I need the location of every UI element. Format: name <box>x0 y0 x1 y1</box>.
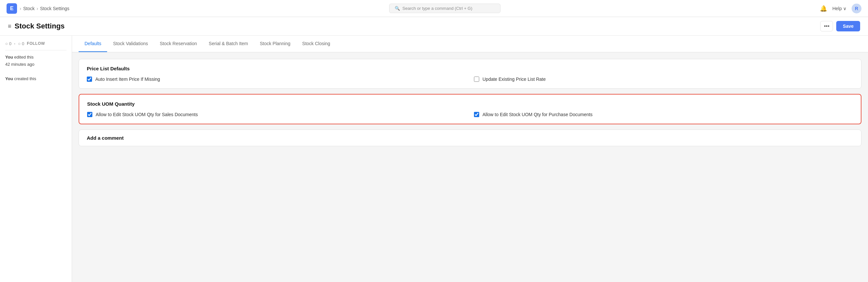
topbar-right: 🔔 Help ∨ R <box>820 4 862 13</box>
help-chevron-icon: ∨ <box>843 6 846 11</box>
update-existing-checkbox[interactable] <box>474 76 479 82</box>
add-comment-section: Add a comment <box>79 130 862 146</box>
checkbox-item-uom-sales: Allow to Edit Stock UOM Qty for Sales Do… <box>87 112 466 117</box>
activity-you-1: You <box>5 55 13 60</box>
uom-section: Stock UOM Quantity Allow to Edit Stock U… <box>79 94 862 124</box>
uom-title: Stock UOM Quantity <box>87 101 853 107</box>
checkbox-item-update-existing: Update Existing Price List Rate <box>474 76 853 82</box>
tab-stock-validations[interactable]: Stock Validations <box>107 36 154 52</box>
settings-area: Price List Defaults Auto Insert Item Pri… <box>72 52 868 153</box>
auto-insert-checkbox[interactable] <box>87 76 92 82</box>
tabs-bar: Defaults Stock Validations Stock Reserva… <box>72 36 868 52</box>
uom-sales-label: Allow to Edit Stock UOM Qty for Sales Do… <box>96 112 198 117</box>
help-label: Help <box>832 6 842 11</box>
like-icon: ○ <box>5 41 8 46</box>
uom-sales-checkbox[interactable] <box>87 112 92 117</box>
breadcrumb-chevron-2: › <box>37 6 38 11</box>
header-actions: ••• Save <box>820 21 860 31</box>
uom-purchase-checkbox[interactable] <box>474 112 479 117</box>
price-list-title: Price List Defaults <box>87 66 853 71</box>
tab-stock-closing[interactable]: Stock Closing <box>297 36 336 52</box>
hamburger-icon[interactable]: ≡ <box>8 23 11 30</box>
main-content: Defaults Stock Validations Stock Reserva… <box>72 36 868 282</box>
comment-count: 0 <box>22 41 24 46</box>
main-layout: ○ 0 · ○ 0 FOLLOW You edited this 42 minu… <box>0 36 868 282</box>
comment-icon: ○ <box>18 41 21 46</box>
sidebar: ○ 0 · ○ 0 FOLLOW You edited this 42 minu… <box>0 36 72 282</box>
activity-time: 42 minutes ago <box>5 61 66 68</box>
follow-button[interactable]: FOLLOW <box>27 41 45 46</box>
activity-you-2: You <box>5 76 13 81</box>
tab-serial-batch-item[interactable]: Serial & Batch Item <box>203 36 254 52</box>
sidebar-like-group[interactable]: ○ 0 <box>5 41 11 46</box>
tab-stock-reservation[interactable]: Stock Reservation <box>154 36 203 52</box>
sidebar-icons: ○ 0 · ○ 0 FOLLOW <box>5 41 66 46</box>
activity-line-1: You edited this <box>5 54 66 61</box>
update-existing-label: Update Existing Price List Rate <box>483 76 546 82</box>
price-list-checkboxes: Auto Insert Item Price If Missing Update… <box>87 76 853 82</box>
tab-defaults[interactable]: Defaults <box>79 36 107 52</box>
uom-purchase-label: Allow to Edit Stock UOM Qty for Purchase… <box>483 112 592 117</box>
sidebar-divider <box>5 50 66 50</box>
breadcrumb: › Stock › Stock Settings <box>20 6 69 11</box>
price-list-section: Price List Defaults Auto Insert Item Pri… <box>79 59 862 89</box>
like-count: 0 <box>9 41 11 46</box>
breadcrumb-stock[interactable]: Stock <box>23 6 35 11</box>
checkbox-item-uom-purchase: Allow to Edit Stock UOM Qty for Purchase… <box>474 112 853 117</box>
page-title-area: ≡ Stock Settings <box>8 22 64 30</box>
more-button[interactable]: ••• <box>820 21 833 31</box>
page-title: Stock Settings <box>15 22 65 30</box>
sidebar-comment-group[interactable]: ○ 0 <box>18 41 24 46</box>
save-button[interactable]: Save <box>836 21 860 31</box>
bell-icon[interactable]: 🔔 <box>820 5 827 12</box>
page-header: ≡ Stock Settings ••• Save <box>0 17 868 36</box>
topbar-left: E › Stock › Stock Settings <box>6 3 69 14</box>
activity-line-2: You created this <box>5 75 66 82</box>
help-button[interactable]: Help ∨ <box>832 6 846 11</box>
topbar-center: 🔍 Search or type a command (Ctrl + G) <box>69 4 820 13</box>
sidebar-activity: You edited this 42 minutes ago You creat… <box>5 54 66 82</box>
search-placeholder: Search or type a command (Ctrl + G) <box>403 6 473 11</box>
breadcrumb-chevron-1: › <box>20 6 21 11</box>
sidebar-dot-sep: · <box>14 41 16 46</box>
add-comment-title: Add a comment <box>87 135 853 141</box>
topbar: E › Stock › Stock Settings 🔍 Search or t… <box>0 0 868 17</box>
checkbox-item-auto-insert: Auto Insert Item Price If Missing <box>87 76 466 82</box>
search-box[interactable]: 🔍 Search or type a command (Ctrl + G) <box>389 4 500 13</box>
uom-checkboxes: Allow to Edit Stock UOM Qty for Sales Do… <box>87 112 853 117</box>
avatar[interactable]: R <box>851 4 862 13</box>
auto-insert-label: Auto Insert Item Price If Missing <box>95 76 160 82</box>
tab-stock-planning[interactable]: Stock Planning <box>254 36 296 52</box>
breadcrumb-stock-settings: Stock Settings <box>40 6 69 11</box>
app-icon[interactable]: E <box>6 3 17 14</box>
search-icon: 🔍 <box>395 6 400 11</box>
